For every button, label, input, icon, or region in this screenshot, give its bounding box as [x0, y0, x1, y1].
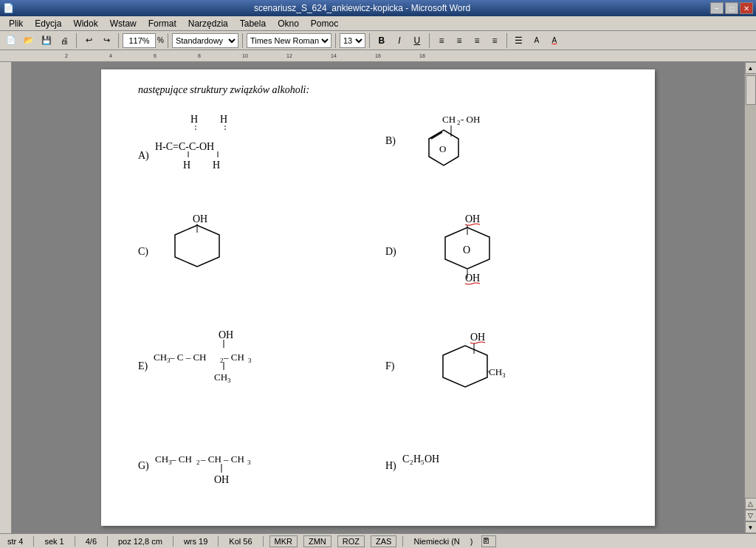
underline-button[interactable]: U: [409, 33, 425, 48]
label-H: H): [385, 442, 396, 472]
scroll-thumb[interactable]: [746, 75, 756, 105]
nav-up-button[interactable]: △: [745, 498, 757, 510]
title-bar-icon: 📄: [3, 3, 14, 13]
menu-okno[interactable]: Okno: [272, 17, 305, 30]
svg-text:3: 3: [248, 357, 252, 364]
structure-B: CH 2 - OH O: [402, 109, 535, 198]
zoom-input[interactable]: [123, 33, 156, 48]
nav-down-button[interactable]: ▽: [745, 510, 757, 521]
svg-text:H: H: [190, 114, 198, 125]
svg-text:2: 2: [220, 357, 224, 364]
svg-text:2: 2: [410, 459, 413, 466]
font-color-button[interactable]: A: [546, 33, 563, 48]
menu-edycja[interactable]: Edycja: [29, 17, 67, 30]
title-bar-title: scenariusz_S_624_ankiewicz-kopicka - Mic…: [14, 3, 710, 13]
vertical-ruler: [0, 62, 12, 533]
molecule-F: F) OH CH 3: [385, 327, 618, 423]
align-left-button[interactable]: ≡: [433, 33, 450, 48]
svg-text:H: H: [220, 114, 227, 125]
svg-text:CH: CH: [155, 453, 168, 465]
svg-text:OH: OH: [193, 213, 207, 225]
molecule-D: D) OH O OH: [385, 209, 618, 312]
molecule-H: H) C 2 H 5 OH: [385, 442, 618, 501]
svg-text:H: H: [213, 160, 220, 171]
menu-tabela[interactable]: Tabela: [234, 17, 272, 30]
horizontal-ruler: 2 4 6 8 10 12 14 16 18: [0, 50, 756, 62]
status-kol: Kol 56: [224, 537, 256, 546]
svg-text:OH: OH: [219, 329, 233, 340]
open-button[interactable]: 📂: [21, 33, 37, 48]
save-button[interactable]: 💾: [38, 33, 55, 48]
status-icon: 🖹: [481, 535, 496, 547]
label-C: C): [138, 209, 148, 258]
print-button[interactable]: 🖨: [56, 33, 72, 48]
document-container: następujące struktury związków alkoholi:…: [12, 62, 744, 533]
menu-plik[interactable]: Plik: [3, 17, 29, 30]
align-justify-button[interactable]: ≡: [487, 33, 503, 48]
redo-button[interactable]: ↪: [98, 33, 114, 48]
status-zmn[interactable]: ZMN: [303, 535, 331, 547]
status-pos: poz 12,8 cm: [114, 537, 167, 546]
label-A: A): [138, 109, 149, 162]
style-select[interactable]: Standardowy: [172, 33, 238, 48]
status-str: str 4: [3, 537, 27, 546]
scroll-track: [745, 74, 756, 498]
scroll-down-button[interactable]: ▼: [745, 521, 757, 533]
menu-format[interactable]: Format: [142, 17, 182, 30]
svg-text:– C – CH: – C – CH: [169, 352, 206, 363]
structure-H: C 2 H 5 OH: [402, 442, 491, 479]
structure-E: OH CH 3 – C – CH 2 – CH 3 CH 3: [154, 327, 331, 416]
svg-text:CH: CH: [442, 114, 456, 125]
menu-pomoc[interactable]: Pomoc: [305, 17, 344, 30]
menu-narzedzia[interactable]: Narzędzia: [182, 17, 234, 30]
status-lang: Niemiecki (N: [409, 537, 464, 546]
menu-bar: Plik Edycja Widok Wstaw Format Narzędzia…: [0, 16, 756, 31]
list-button[interactable]: ☰: [511, 33, 527, 48]
molecule-C: C) OH: [138, 209, 371, 312]
italic-button[interactable]: I: [391, 33, 408, 48]
svg-text:– CH: – CH: [223, 352, 244, 363]
minimize-button[interactable]: −: [710, 2, 724, 14]
svg-text:CH: CH: [489, 366, 502, 377]
svg-text:H-C=C-C-OH: H-C=C-C-OH: [155, 141, 214, 152]
title-bar: 📄 scenariusz_S_624_ankiewicz-kopicka - M…: [0, 0, 756, 16]
close-button[interactable]: ✕: [740, 2, 753, 14]
molecule-E: E) OH CH 3 – C – CH 2 – CH 3: [138, 327, 371, 423]
molecule-B: B) CH 2 - OH O: [385, 109, 618, 198]
menu-wstaw[interactable]: Wstaw: [104, 17, 142, 30]
align-right-button[interactable]: ≡: [469, 33, 485, 48]
main-toolbar: 📄 📂 💾 🖨 ↩ ↪ % Standardowy Times New Roma…: [0, 31, 756, 50]
menu-widok[interactable]: Widok: [67, 17, 103, 30]
font-size-select[interactable]: 13: [340, 33, 365, 48]
svg-text:– CH – CH: – CH – CH: [200, 453, 244, 465]
status-sek: sek 1: [40, 537, 68, 546]
label-F: F): [385, 327, 394, 372]
status-roz[interactable]: ROZ: [337, 535, 365, 547]
zoom-label: %: [157, 36, 164, 44]
structure-A: H H H-C=C-C-OH H H: [155, 109, 288, 198]
maximize-button[interactable]: □: [725, 2, 738, 14]
status-wrs: wrs 19: [179, 537, 212, 546]
svg-text:- OH: - OH: [461, 114, 480, 125]
svg-marker-38: [443, 346, 487, 387]
scroll-up-button[interactable]: ▲: [745, 62, 757, 74]
align-center-button[interactable]: ≡: [451, 33, 467, 48]
status-lang-end: ): [470, 537, 473, 546]
highlight-button[interactable]: A: [529, 33, 545, 48]
document-page: następujące struktury związków alkoholi:…: [101, 69, 655, 526]
structure-F: OH CH 3: [400, 327, 548, 423]
label-G: G): [138, 442, 149, 472]
svg-text:– CH: – CH: [171, 453, 192, 465]
structure-D: OH O OH: [402, 209, 550, 312]
font-select[interactable]: Times New Roman: [247, 33, 331, 48]
svg-text:OH: OH: [214, 474, 229, 485]
undo-button[interactable]: ↩: [80, 33, 97, 48]
svg-text:2: 2: [196, 459, 200, 466]
status-mkr[interactable]: MKR: [269, 535, 298, 547]
bold-button[interactable]: B: [374, 33, 390, 48]
status-zas[interactable]: ZAS: [371, 535, 396, 547]
svg-text:C: C: [402, 453, 409, 465]
vertical-scrollbar[interactable]: ▲ △ ▽ ▼: [744, 62, 756, 533]
svg-text:O: O: [439, 143, 446, 154]
new-button[interactable]: 📄: [3, 33, 19, 48]
